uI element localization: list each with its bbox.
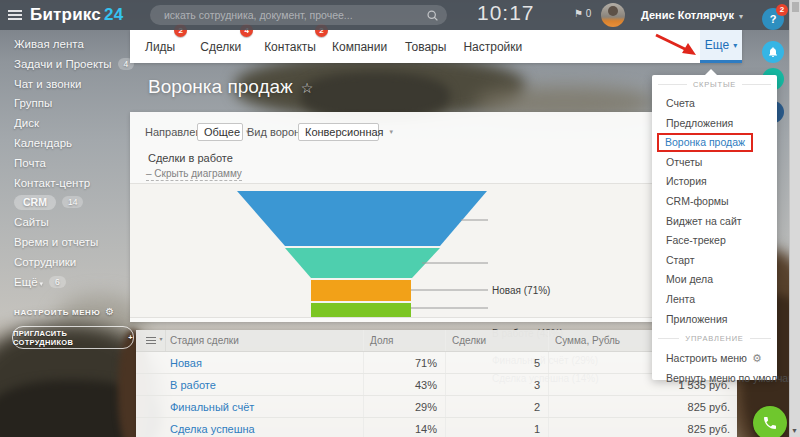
dropdown-item-history[interactable]: История xyxy=(652,172,777,192)
sidebar-item-tasks[interactable]: Задачи и Проекты4 xyxy=(0,55,130,75)
sidebar-item-time-reports[interactable]: Время и отчеты xyxy=(0,233,130,253)
bitrix24-logo[interactable]: Битрикс24 xyxy=(30,5,123,25)
table-menu-icon xyxy=(146,337,156,345)
sidebar: Живая лента Задачи и Проекты4 Чат и звон… xyxy=(0,30,130,437)
column-header-stage[interactable]: Стадия сделки xyxy=(166,335,363,346)
user-avatar[interactable] xyxy=(601,3,625,27)
phone-icon xyxy=(762,415,778,431)
dropdown-item-reset-menu[interactable]: Вернуть меню по умолчанию xyxy=(652,369,777,389)
direction-select[interactable]: Общее xyxy=(197,123,243,141)
page-title: Воронка продаж xyxy=(148,76,313,98)
plus-icon: + xyxy=(128,333,133,342)
gear-icon: ⚙ xyxy=(105,306,115,317)
dropdown-item-applications[interactable]: Приложения xyxy=(652,310,777,330)
search-input[interactable] xyxy=(162,8,426,22)
crm-nav-bar: Лиды2 Сделки4 Контакты2 Компании Товары … xyxy=(130,30,742,63)
column-header-deals[interactable]: Сделки xyxy=(445,330,548,351)
dropdown-item-face-tracker[interactable]: Face-трекер xyxy=(652,231,777,251)
flag-counter[interactable]: ⚑ 0 xyxy=(574,8,591,19)
dropdown-item-reports[interactable]: Отчеты xyxy=(652,153,777,173)
telephony-button[interactable] xyxy=(753,406,787,437)
stage-link[interactable]: Новая xyxy=(170,357,202,369)
sidebar-item-contact-center[interactable]: Контакт-центр xyxy=(0,174,130,194)
sidebar-item-sites[interactable]: Сайты xyxy=(0,213,130,233)
badge: 6 xyxy=(49,276,66,288)
bell-icon xyxy=(767,46,779,58)
tab-deals[interactable]: Сделки4 xyxy=(200,40,241,63)
gear-icon: ⚙ xyxy=(752,352,762,364)
dropdown-item-site-widget[interactable]: Виджет на сайт xyxy=(652,212,777,232)
table-settings-button[interactable] xyxy=(136,330,166,351)
dropdown-section-hidden: СКРЫТЫЕ xyxy=(652,75,777,94)
table-header-row: Стадия сделки Доля Сделки Сумма, Рубль xyxy=(136,330,737,352)
dropdown-section-management: УПРАВЛЕНИЕ xyxy=(652,329,777,348)
more-dropdown-menu: СКРЫТЫЕ Счета Предложения Воронка продаж… xyxy=(652,75,777,380)
sidebar-item-live-feed[interactable]: Живая лента xyxy=(0,35,130,55)
stage-link[interactable]: В работе xyxy=(170,379,216,391)
dropdown-item-my-activities[interactable]: Мои дела xyxy=(652,270,777,290)
table-row: Сделка успешна 14% 1 825 руб. xyxy=(136,418,737,437)
funnel-chart: Новая (71%) В работе (43%) Финальный счё… xyxy=(130,183,737,318)
sidebar-item-groups[interactable]: Группы xyxy=(0,94,130,114)
hide-diagram-link[interactable]: – Скрыть диаграмму xyxy=(146,168,242,181)
tab-products[interactable]: Товары xyxy=(405,40,446,63)
sidebar-item-disk[interactable]: Диск xyxy=(0,114,130,134)
configure-menu-button[interactable]: НАСТРОИТЬ МЕНЮ⚙ xyxy=(14,306,115,317)
favorite-star-icon[interactable] xyxy=(293,76,314,97)
hamburger-menu-icon[interactable] xyxy=(8,10,22,20)
funnel-shapes xyxy=(130,184,737,317)
funnel-section-title: Сделки в работе xyxy=(148,152,233,164)
tab-contacts[interactable]: Контакты2 xyxy=(264,40,316,63)
notifications-button[interactable] xyxy=(762,41,784,63)
clock[interactable]: 10:17 xyxy=(477,1,535,25)
dropdown-item-sales-funnel[interactable]: Воронка продаж xyxy=(652,133,777,153)
scrollbar-down-arrow-icon[interactable]: ▼ xyxy=(791,427,798,434)
dropdown-item-quotes[interactable]: Предложения xyxy=(652,114,777,134)
stage-link[interactable]: Сделка успешна xyxy=(170,423,255,435)
stage-link[interactable]: Финальный счёт xyxy=(170,401,254,413)
invite-employees-button[interactable]: ПРИГЛАСИТЬ СОТРУДНИКОВ+ xyxy=(12,326,134,349)
page-scrollbar[interactable]: ▼ xyxy=(789,0,800,437)
dropdown-item-start[interactable]: Старт xyxy=(652,251,777,271)
dropdown-item-feed[interactable]: Лента xyxy=(652,290,777,310)
sidebar-item-calendar[interactable]: Календарь xyxy=(0,134,130,154)
global-search[interactable] xyxy=(150,5,447,25)
tab-companies[interactable]: Компании xyxy=(332,40,387,63)
dropdown-item-invoices[interactable]: Счета xyxy=(652,94,777,114)
sidebar-item-more[interactable]: Ещё6 xyxy=(0,273,130,293)
top-bar: Битрикс24 10:17 ⚑ 0 Денис Котлярчук xyxy=(0,0,800,30)
help-button[interactable]: ? 2 xyxy=(762,8,784,30)
sidebar-item-employees[interactable]: Сотрудники xyxy=(0,253,130,273)
scrollbar-up-button[interactable] xyxy=(792,2,799,12)
tab-more[interactable]: Еще xyxy=(700,30,742,63)
sidebar-item-crm[interactable]: CRM14 xyxy=(0,193,130,213)
column-header-share[interactable]: Доля xyxy=(363,330,445,351)
dropdown-item-configure-menu[interactable]: Настроить меню⚙ xyxy=(652,349,777,369)
tab-leads[interactable]: Лиды2 xyxy=(145,40,175,63)
table-row: Новая 71% 5 xyxy=(136,352,737,374)
funnel-stages-table: Стадия сделки Доля Сделки Сумма, Рубль Н… xyxy=(136,330,737,437)
table-row: Финальный счёт 29% 2 825 руб. xyxy=(136,396,737,418)
bitrix24-crm-screen: Битрикс24 10:17 ⚑ 0 Денис Котлярчук Жива… xyxy=(0,0,800,437)
annotation-red-box: Воронка продаж xyxy=(657,133,753,152)
sidebar-item-mail[interactable]: Почта xyxy=(0,154,130,174)
table-row: В работе 43% 3 1 535 руб. xyxy=(136,374,737,396)
tab-settings[interactable]: Настройки xyxy=(463,40,522,63)
funnel-view-select[interactable]: Конверсионная xyxy=(298,123,379,141)
funnel-stage-label: Новая (71%) xyxy=(492,285,550,296)
dropdown-item-crm-forms[interactable]: CRM-формы xyxy=(652,192,777,212)
help-counter-badge: 2 xyxy=(776,4,788,16)
flag-icon: ⚑ xyxy=(574,8,583,19)
user-menu[interactable]: Денис Котлярчук xyxy=(641,9,743,21)
sales-funnel-panel: Направление: Общее Вид воронки: Конверси… xyxy=(130,112,737,322)
sidebar-item-chat[interactable]: Чат и звонки xyxy=(0,75,130,95)
search-icon xyxy=(426,9,439,22)
badge: 14 xyxy=(62,196,83,208)
